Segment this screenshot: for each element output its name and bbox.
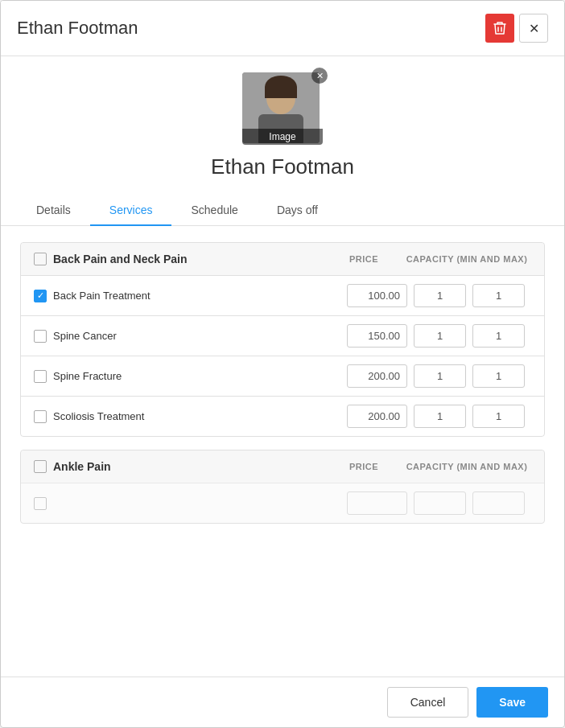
group-capacity-label: CAPACITY (MIN AND MAX) [402, 254, 531, 264]
modal-body: ✕ Image Ethan Footman Details Services S… [1, 56, 564, 677]
services-content: Back Pain and Neck Pain PRICE CAPACITY (… [1, 226, 564, 677]
max-back-pain-treatment[interactable] [472, 284, 525, 307]
checkbox-spine-cancer[interactable] [34, 330, 47, 343]
modal-footer: Cancel Save [1, 677, 564, 727]
service-item-scoliosis-treatment: Scoliosis Treatment [21, 396, 544, 436]
avatar-close-button[interactable]: ✕ [311, 68, 328, 84]
group-title-back-neck: Back Pain and Neck Pain [53, 253, 188, 265]
close-button[interactable]: ✕ [519, 14, 548, 43]
price-ankle-1[interactable] [347, 492, 407, 515]
price-back-pain-treatment[interactable] [347, 284, 407, 307]
group-checkbox-back-neck[interactable] [34, 253, 47, 265]
service-item-spine-cancer: Spine Cancer [21, 315, 544, 356]
group-capacity-label-ankle: CAPACITY (MIN AND MAX) [402, 462, 531, 471]
service-item-spine-fracture: Spine Fracture [21, 356, 544, 396]
service-item-back-pain-treatment: Back Pain Treatment [21, 275, 544, 315]
service-name-spine-cancer: Spine Cancer [53, 330, 347, 342]
min-ankle-1[interactable] [414, 492, 466, 515]
price-spine-fracture[interactable] [347, 364, 407, 388]
min-back-pain-treatment[interactable] [414, 284, 466, 307]
price-scoliosis-treatment[interactable] [347, 405, 407, 428]
max-ankle-1[interactable] [472, 492, 525, 515]
tab-details[interactable]: Details [17, 195, 90, 226]
checkbox-scoliosis-treatment[interactable] [34, 410, 47, 423]
group-title-ankle-pain: Ankle Pain [53, 460, 111, 473]
header-buttons: ✕ [485, 14, 548, 43]
service-group-back-neck: Back Pain and Neck Pain PRICE CAPACITY (… [20, 242, 545, 437]
service-name-back-pain-treatment: Back Pain Treatment [53, 290, 347, 302]
profile-name: Ethan Footman [211, 154, 354, 179]
price-spine-cancer[interactable] [347, 324, 407, 348]
group-price-label: PRICE [349, 254, 378, 264]
checkbox-ankle-1[interactable] [34, 497, 47, 510]
save-button[interactable]: Save [476, 687, 548, 718]
modal: Ethan Footman ✕ [0, 0, 565, 728]
service-group-ankle-pain: Ankle Pain PRICE CAPACITY (MIN AND MAX) [20, 450, 545, 524]
service-group-header-back-neck: Back Pain and Neck Pain PRICE CAPACITY (… [21, 243, 544, 275]
tab-schedule[interactable]: Schedule [171, 195, 257, 226]
svg-rect-4 [265, 87, 297, 98]
service-name-scoliosis-treatment: Scoliosis Treatment [53, 410, 347, 422]
min-spine-fracture[interactable] [414, 364, 466, 388]
max-spine-fracture[interactable] [472, 364, 525, 388]
cancel-button[interactable]: Cancel [387, 687, 469, 718]
service-group-header-ankle-pain: Ankle Pain PRICE CAPACITY (MIN AND MAX) [21, 450, 544, 483]
checkbox-spine-fracture[interactable] [34, 370, 47, 383]
group-label-row: Back Pain and Neck Pain [34, 253, 349, 265]
service-item-ankle-1 [21, 483, 544, 523]
tabs: Details Services Schedule Days off [1, 195, 564, 226]
group-label-row-ankle: Ankle Pain [34, 460, 349, 473]
tab-services[interactable]: Services [90, 195, 172, 226]
max-spine-cancer[interactable] [472, 324, 525, 348]
delete-button[interactable] [485, 14, 514, 43]
modal-title: Ethan Footman [17, 18, 138, 39]
min-scoliosis-treatment[interactable] [414, 405, 466, 428]
group-checkbox-ankle-pain[interactable] [34, 460, 47, 473]
service-name-spine-fracture: Spine Fracture [53, 370, 347, 382]
tab-days-off[interactable]: Days off [258, 195, 337, 226]
group-price-label-ankle: PRICE [349, 462, 378, 471]
checkbox-back-pain-treatment[interactable] [34, 290, 47, 302]
profile-section: ✕ Image Ethan Footman [1, 56, 564, 187]
max-scoliosis-treatment[interactable] [472, 405, 525, 428]
min-spine-cancer[interactable] [414, 324, 466, 348]
avatar-container: ✕ Image [242, 72, 323, 145]
modal-header: Ethan Footman ✕ [1, 1, 564, 56]
avatar-label: Image [242, 129, 323, 145]
